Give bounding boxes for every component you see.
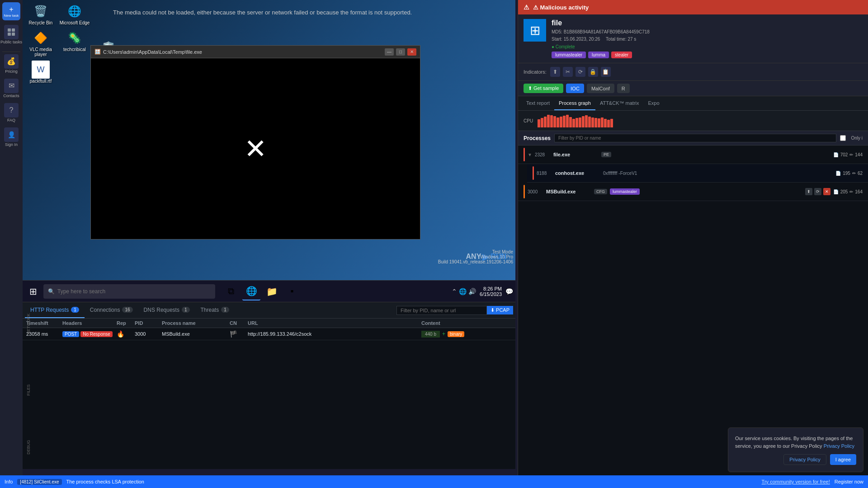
- status-message: The process checks LSA protection: [66, 479, 144, 484]
- side-labels: NETWORK FILES DEBUG: [23, 302, 32, 469]
- tab-text-report[interactable]: Text report: [522, 96, 554, 110]
- taskbar-chrome-app[interactable]: 🌐: [242, 282, 260, 300]
- indicator-icon-2[interactable]: ✂: [563, 67, 573, 77]
- proc-action-1[interactable]: ⬆: [805, 188, 812, 195]
- indicator-icon-1[interactable]: ⬆: [550, 67, 560, 77]
- process-filter-input[interactable]: [554, 134, 836, 142]
- shield-icon: ⚠: [524, 4, 529, 11]
- file-meta: MD5: B1B868B94A81A67AFB09B6A84459C718 St…: [552, 28, 863, 43]
- write-icon: ✏: [849, 189, 853, 194]
- svg-rect-3: [12, 33, 15, 36]
- file-status: ● Complete: [552, 44, 863, 49]
- windows-taskbar: ⊞ 🔍 ⧉ 🌐 📁 ▪ ⌃ 🌐 🔊 8:26 PM 6/15/2023 💬: [23, 280, 515, 302]
- privacy-policy-button[interactable]: Privacy Policy: [783, 454, 826, 465]
- file-window-icon: 🪟: [94, 49, 101, 55]
- process-row-conhost[interactable]: 8188 conhost.exe 0xffffffff -ForceV1 📄 1…: [527, 164, 868, 183]
- x-mark-symbol: ✕: [244, 133, 267, 164]
- taskbar-search-area[interactable]: 🔍: [43, 284, 215, 299]
- tab-threats[interactable]: Threats 1: [195, 302, 235, 318]
- report-tabs: Text report Process graph ATT&CK™ matrix…: [518, 96, 868, 111]
- mode-info: Test Mode Windows 10 Pro Build 19041.vb_…: [438, 249, 513, 264]
- get-sample-button[interactable]: ⬆ Get sample: [524, 84, 563, 93]
- taskbar-search-input[interactable]: [57, 288, 211, 295]
- malconf-button[interactable]: MalConf: [587, 84, 614, 93]
- start-button[interactable]: ⊞: [25, 283, 41, 300]
- network-search-input[interactable]: [396, 306, 487, 315]
- taskbar-files-app[interactable]: 📁: [263, 282, 281, 300]
- tab-http-requests[interactable]: HTTP Requests 1: [25, 302, 85, 318]
- taskbar-terminal-app[interactable]: ▪: [283, 282, 301, 300]
- system-tray: ⌃ 🌐 🔊: [452, 288, 476, 295]
- close-button[interactable]: ✕: [407, 48, 416, 56]
- svg-rect-1: [12, 28, 15, 32]
- cookie-buttons: Privacy Policy I agree: [735, 454, 856, 465]
- process-stats-file-exe: 📄 702 ✏ 144: [833, 152, 863, 157]
- network-table-header: Timeshift Headers Rep PID Process name C…: [23, 319, 515, 328]
- file-name: file: [552, 19, 863, 27]
- indicator-icon-3[interactable]: ⟳: [576, 67, 585, 77]
- status-bar: Info [4812] SilClient.exe The process ch…: [0, 475, 868, 488]
- indicator-icon-4[interactable]: 🔒: [588, 67, 598, 77]
- indicator-icons: ⬆ ✂ ⟳ 🔒 📋: [550, 67, 611, 77]
- status-info-label: Info: [5, 479, 13, 484]
- indicator-icon-5[interactable]: 📋: [601, 67, 611, 77]
- cookie-banner: Our service uses cookies. By visiting th…: [728, 427, 863, 472]
- maximize-button[interactable]: □: [396, 48, 405, 56]
- free-link[interactable]: Try community version for free!: [762, 479, 830, 484]
- only-checkbox[interactable]: [840, 135, 846, 141]
- desktop-icon-vlc[interactable]: 🔶 VLC media player: [25, 29, 57, 57]
- proc-action-2[interactable]: ⟳: [814, 188, 821, 195]
- taskbar-right: ⌃ 🌐 🔊 8:26 PM 6/15/2023 💬: [452, 286, 513, 297]
- sidebar-contacts[interactable]: ✉ Contacts: [3, 79, 19, 99]
- ioc-button[interactable]: IOC: [566, 84, 584, 93]
- files-label: FILES: [23, 368, 32, 412]
- network-label: NETWORK: [23, 302, 32, 346]
- new-task-button[interactable]: + New task: [2, 2, 20, 20]
- desktop-icon-packftull[interactable]: W packftull.rtf: [25, 61, 57, 84]
- file-icon-small: 📄: [833, 189, 839, 194]
- sidebar-signin[interactable]: 👤 Sign In: [4, 127, 19, 147]
- tab-attck-matrix[interactable]: ATT&CK™ matrix: [595, 96, 644, 110]
- debug-label: DEBUG: [23, 425, 32, 469]
- network-table: Timeshift Headers Rep PID Process name C…: [23, 319, 515, 469]
- desktop-icon-techcribical[interactable]: 🦠 techcribical: [59, 29, 90, 52]
- process-indicator-red: [533, 166, 534, 180]
- file-window-title: C:\Users\admin\AppData\Local\Temp\file.e…: [103, 49, 202, 55]
- desktop-area: The media could not be loaded, either be…: [23, 0, 515, 280]
- tab-connections[interactable]: Connections 16: [85, 302, 138, 318]
- table-row[interactable]: 23058 ms POST No Response 🔥 3000 MSBuild…: [23, 328, 515, 340]
- desktop-icon-recycle-bin[interactable]: 🗑️ Recycle Bin: [25, 2, 57, 25]
- sidebar-faq[interactable]: ? FAQ: [4, 103, 19, 123]
- svg-rect-2: [8, 33, 11, 36]
- file-info-section: ⊞ file MD5: B1B868B94A81A67AFB09B6A84459…: [518, 14, 868, 63]
- flag-icon: 🏴: [230, 330, 248, 338]
- status-process-badge: [4812] SilClient.exe: [17, 479, 61, 485]
- taskbar-task-view[interactable]: ⧉: [222, 282, 240, 300]
- privacy-policy-link[interactable]: Privacy Policy: [824, 443, 854, 449]
- process-row-file-exe[interactable]: ▼ 2328 file.exe PE 📄 702 ✏ 144: [518, 145, 868, 164]
- tab-process-graph[interactable]: Process graph: [554, 96, 595, 110]
- file-icon-small: 📄: [833, 152, 839, 157]
- tab-expo[interactable]: Expo: [643, 96, 664, 110]
- i-agree-button[interactable]: I agree: [830, 454, 856, 465]
- desktop-icon-msedge[interactable]: 🌐 Microsoft Edge: [59, 2, 90, 25]
- chevron-up-icon[interactable]: ⌃: [452, 288, 457, 295]
- file-exe-window: 🪟 C:\Users\admin\AppData\Local\Temp\file…: [90, 45, 420, 239]
- process-action-icons: ⬆ ⟳ ✕: [805, 188, 830, 195]
- tab-dns-requests[interactable]: DNS Requests 1: [138, 302, 195, 318]
- sidebar-pricing[interactable]: 💰 Try community version for free! Pricin…: [4, 54, 19, 74]
- notification-icon[interactable]: 💬: [505, 288, 513, 295]
- proc-action-3[interactable]: ✕: [823, 188, 830, 195]
- file-os-icon: ⊞: [524, 19, 546, 42]
- network-panel: HTTP Requests 1 Connections 16 DNS Reque…: [23, 302, 515, 469]
- process-row-msbuild[interactable]: 3000 MSBuild.exe CFG lummastealer ⬆ ⟳ ✕ …: [518, 183, 868, 201]
- minimize-button[interactable]: —: [385, 48, 394, 56]
- expand-icon[interactable]: ▼: [528, 152, 532, 157]
- write-icon: ✏: [852, 171, 856, 176]
- file-details: file MD5: B1B868B94A81A67AFB09B6A84459C7…: [552, 19, 863, 58]
- volume-icon[interactable]: 🔊: [468, 288, 476, 295]
- pcap-download-button[interactable]: ⬇ PCAP: [487, 306, 513, 314]
- report-button[interactable]: R: [617, 84, 630, 93]
- sidebar-public-tasks[interactable]: Public tasks: [0, 25, 22, 45]
- register-link[interactable]: Register now: [835, 479, 863, 484]
